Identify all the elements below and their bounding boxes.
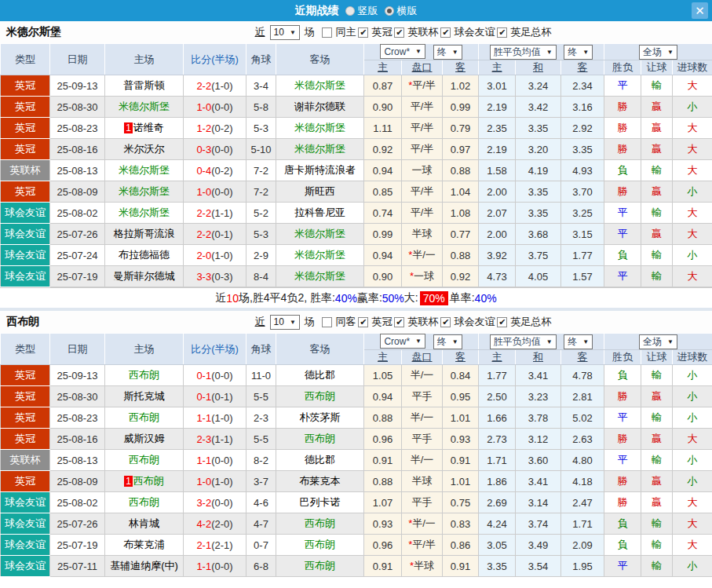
col-odds-home[interactable]: 主 — [364, 350, 402, 365]
corner-score: 4-7 — [246, 513, 276, 535]
fulltime-score: 0-1 — [196, 370, 211, 382]
recent-results-panel: 近期战绩 竖版 横版 ✕ 米德尔斯堡 近 10 ▼ 场 同主 ✔ 英冠 ✔ 英联… — [0, 0, 712, 588]
league2-label[interactable]: 英联杯 — [407, 25, 438, 39]
league2-checkbox[interactable]: ✔ — [394, 317, 404, 327]
avg-odds-select[interactable]: 胜平负均值▼ — [490, 45, 557, 60]
match-row: 英冠25-08-16米尔沃尔0-3(0-0)5-10米德尔斯堡0.92平/半0.… — [1, 139, 712, 160]
avg-away-odds: 3.15 — [561, 224, 604, 245]
near-link[interactable]: 近 — [255, 25, 265, 39]
avg-odds-select[interactable]: 胜平负均值▼ — [490, 334, 557, 349]
col-odds-away[interactable]: 客 — [443, 60, 479, 75]
handicap-line: *一球 — [402, 266, 443, 287]
score-cell: 1-1(0-0) — [184, 556, 246, 577]
same-home-label[interactable]: 同主 — [335, 25, 356, 39]
league1-label[interactable]: 英冠 — [371, 25, 392, 39]
col-avg-home[interactable]: 主 — [479, 350, 516, 365]
same-away-checkbox[interactable] — [322, 317, 332, 327]
handicap-outcome: 輸 — [641, 407, 673, 429]
league2-checkbox[interactable]: ✔ — [394, 27, 404, 38]
score-cell: 4-2(2-0) — [184, 513, 246, 535]
league2-label[interactable]: 英联杯 — [407, 315, 438, 329]
near-link[interactable]: 近 — [255, 315, 265, 329]
radio-vertical-label[interactable]: 竖版 — [358, 4, 378, 18]
layout-radio-horizontal[interactable]: 横版 — [385, 4, 418, 18]
away-team: 米德尔斯堡 — [276, 245, 364, 266]
result-outcome: 勝 — [604, 139, 641, 160]
handicap-line: *半/一 — [402, 513, 443, 535]
league4-label[interactable]: 英足总杯 — [510, 315, 551, 329]
away-team: 西布朗 — [276, 535, 364, 556]
col-avg-draw[interactable]: 和 — [516, 60, 561, 75]
league1-label[interactable]: 英冠 — [371, 315, 392, 329]
col-avg-away[interactable]: 客 — [561, 60, 604, 75]
section-header-1: 米德尔斯堡 近 10 ▼ 场 同主 ✔ 英冠 ✔ 英联杯 ✔ 球会友谊 ✔ 英足… — [0, 21, 712, 43]
fulltime-score: 1-1 — [196, 561, 211, 572]
handicap-odds-home: 1.11 — [364, 118, 402, 139]
full-match-select[interactable]: 全场▼ — [639, 45, 677, 60]
bookmaker-select[interactable]: Crow*▼ — [380, 334, 425, 349]
odds-time-select-2[interactable]: 终▼ — [564, 334, 593, 349]
handicap-odds-away: 1.04 — [443, 181, 479, 203]
away-team: 拉科鲁尼亚 — [276, 203, 364, 224]
handicap-odds-home: 1.07 — [364, 492, 402, 513]
odds-time-select-2[interactable]: 终▼ — [564, 45, 593, 60]
matches-table-2: 类型 日期 主场 比分(半场) 角球 客场 Crow*▼ 终▼ 胜平负均值▼ 终… — [0, 333, 712, 577]
filters-row: 近 10 ▼ 场 同主 ✔ 英冠 ✔ 英联杯 ✔ 球会友谊 ✔ 英足总杯 — [255, 25, 552, 40]
match-date: 25-07-26 — [50, 224, 105, 245]
home-team: 米德尔斯堡 — [105, 203, 184, 224]
matches-tbody-0: 英冠25-09-13普雷斯顿2-2(1-0)3-4米德尔斯堡0.87*平/半1.… — [1, 75, 712, 287]
corner-score: 4-6 — [246, 492, 276, 513]
same-away-label[interactable]: 同客 — [335, 315, 356, 329]
col-avg-draw[interactable]: 和 — [516, 350, 561, 365]
radio-unselected-icon[interactable] — [345, 6, 355, 16]
home-team: 基辅迪纳摩(中) — [105, 556, 184, 577]
bookmaker-select[interactable]: Crow*▼ — [380, 44, 425, 59]
league3-checkbox[interactable]: ✔ — [440, 317, 451, 327]
league3-label[interactable]: 球会友谊 — [454, 315, 495, 329]
score-cell: 3-2(0-0) — [184, 492, 246, 513]
league-badge: 英冠 — [1, 139, 50, 160]
league1-checkbox[interactable]: ✔ — [358, 317, 368, 327]
same-home-checkbox[interactable] — [322, 27, 332, 38]
result-outcome: 平 — [604, 450, 641, 471]
handicap-outcome: 輸 — [641, 365, 673, 386]
odds-time-select-1[interactable]: 终▼ — [433, 334, 462, 349]
col-avg-home[interactable]: 主 — [479, 60, 516, 75]
handicap-odds-home: 0.92 — [364, 139, 402, 160]
home-team: 西布朗 — [105, 450, 184, 471]
league4-checkbox[interactable]: ✔ — [497, 27, 507, 38]
match-count-select[interactable]: 10 ▼ — [270, 315, 300, 330]
col-avg-away[interactable]: 客 — [561, 350, 604, 365]
league-badge: 英冠 — [1, 118, 50, 139]
radio-selected-icon[interactable] — [385, 6, 394, 16]
layout-radio-vertical[interactable]: 竖版 — [345, 4, 378, 18]
odds-time-select-1[interactable]: 终▼ — [433, 45, 462, 60]
avg-draw-odds: 3.54 — [516, 556, 561, 577]
league3-label[interactable]: 球会友谊 — [454, 25, 495, 39]
col-handicap[interactable]: 盘口 — [402, 350, 443, 365]
match-date: 25-08-16 — [50, 139, 105, 160]
col-handicap[interactable]: 盘口 — [402, 60, 443, 75]
radio-horizontal-label[interactable]: 横版 — [397, 4, 418, 18]
col-odds-away[interactable]: 客 — [443, 350, 479, 365]
col-score[interactable]: 比分(半场) — [184, 44, 246, 75]
col-score[interactable]: 比分(半场) — [184, 334, 246, 365]
match-count-select[interactable]: 10 ▼ — [270, 25, 300, 40]
result-outcome: 勝 — [604, 386, 641, 407]
col-odds-home[interactable]: 主 — [364, 60, 402, 75]
handicap-outcome: 贏 — [641, 471, 673, 492]
close-icon[interactable]: ✕ — [692, 2, 708, 19]
rank-badge: 1 — [124, 122, 133, 133]
handicap-outcome: 輸 — [641, 450, 673, 471]
fullmatch-group-header: 全场▼ — [604, 334, 712, 350]
league4-label[interactable]: 英足总杯 — [510, 25, 551, 39]
match-date: 25-08-30 — [50, 386, 105, 407]
full-match-select[interactable]: 全场▼ — [639, 334, 677, 349]
league4-checkbox[interactable]: ✔ — [497, 317, 507, 327]
league3-checkbox[interactable]: ✔ — [440, 27, 451, 38]
match-date: 25-08-16 — [50, 429, 105, 450]
match-row: 球会友谊25-07-19曼斯菲尔德城3-3(0-3)8-4米德尔斯堡0.90*一… — [1, 266, 712, 287]
league1-checkbox[interactable]: ✔ — [358, 27, 368, 38]
avg-away-odds: 4.93 — [561, 160, 604, 181]
league-badge: 球会友谊 — [1, 556, 50, 577]
